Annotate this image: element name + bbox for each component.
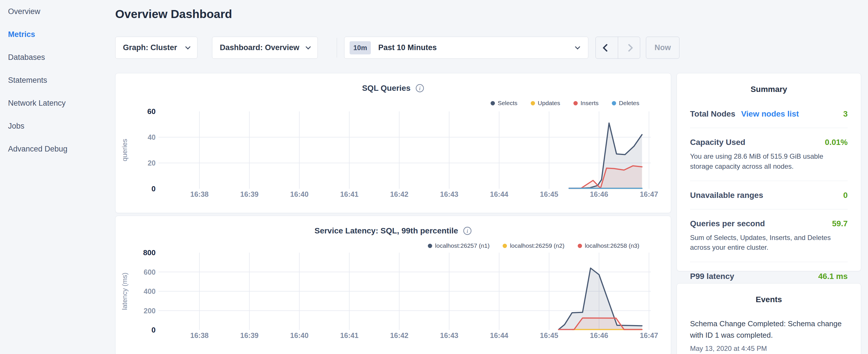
legend-dot [612,101,616,105]
legend-item-updates[interactable]: Updates [531,100,560,106]
chevron-down-icon [575,44,580,49]
legend-label: localhost:26257 (n1) [435,242,490,249]
x-tick-label: 16:41 [340,190,359,198]
legend-label: localhost:26259 (n2) [510,242,564,249]
sidebar-item-network-latency[interactable]: Network Latency [0,92,115,115]
event-item-time: May 13, 2020 at 4:45 PM [690,345,848,353]
x-tick-label: 16:44 [490,331,508,340]
chevron-down-icon [306,44,311,49]
x-tick-label: 16:47 [640,331,658,340]
x-tick-label: 16:43 [440,331,459,340]
legend-label: Updates [538,100,560,106]
chevron-down-icon [185,44,190,49]
legend-dot [491,101,495,105]
summary-card: Summary Total Nodes View nodes list 3 Ca… [677,73,861,271]
qps-label: Queries per second [690,219,765,228]
now-button[interactable]: Now [646,37,679,59]
time-window-badge: 10m [350,41,371,55]
info-icon[interactable]: i [463,226,472,235]
y-tick-label: 200 [144,307,156,315]
time-step-buttons [595,37,640,59]
y-axis-label: latency (ms) [121,273,128,310]
sidebar-item-metrics[interactable]: Metrics [0,23,115,46]
chart-header: SQL Queries i [116,84,671,93]
x-tick-label: 16:44 [490,190,508,198]
dashboard-dropdown-label: Dashboard: Overview [220,43,300,52]
chart-legend: localhost:26257 (n1)localhost:26259 (n2)… [428,242,639,249]
sidebar-item-databases[interactable]: Databases [0,46,115,69]
graph-source-dropdown[interactable]: Graph: Cluster [115,37,197,59]
x-tick-label: 16:43 [440,190,459,198]
chart-title: SQL Queries [362,84,410,93]
chevron-right-icon [625,43,633,52]
event-item-text[interactable]: Schema Change Completed: Schema change w… [690,318,848,341]
total-nodes-value: 3 [843,109,848,119]
sidebar-item-advanced-debug[interactable]: Advanced Debug [0,137,115,160]
x-tick-label: 16:46 [590,331,608,340]
sidebar-item-overview[interactable]: Overview [0,0,115,23]
legend-dot [428,244,432,248]
sidebar-item-statements[interactable]: Statements [0,69,115,92]
x-tick-label: 16:40 [290,190,309,198]
dashboard-dropdown[interactable]: Dashboard: Overview [212,37,318,59]
time-next-button[interactable] [618,37,640,58]
total-nodes-label: Total Nodes [690,109,735,119]
legend-label: Inserts [581,100,599,106]
time-window-dropdown[interactable]: 10m Past 10 Minutes [344,37,588,59]
summary-row-capacity: Capacity Used 0.01% [690,138,848,147]
svg-text:i: i [467,228,468,234]
sidebar: OverviewMetricsDatabasesStatementsNetwor… [0,0,115,160]
y-tick-label: 400 [144,287,156,295]
view-nodes-list-link[interactable]: View nodes list [741,109,799,119]
app-window: OverviewMetricsDatabasesStatementsNetwor… [0,0,868,354]
sql-queries-chart-card: SQL Queries i SelectsUpdatesInsertsDelet… [115,73,671,213]
chart-plot[interactable]: 16:3816:3916:4016:4116:4216:4316:4416:45… [116,111,672,200]
time-window-label: Past 10 Minutes [378,43,437,52]
legend-item-localhost-26257-n1[interactable]: localhost:26257 (n1) [428,242,490,249]
chart-plot[interactable]: 16:3816:3916:4016:4116:4216:4316:4416:45… [116,253,672,342]
x-tick-label: 16:40 [290,331,309,340]
service-latency-chart-card: Service Latency: SQL, 99th percentile i … [115,216,671,354]
x-tick-label: 16:45 [540,331,558,340]
summary-title: Summary [690,73,848,94]
legend-item-deletes[interactable]: Deletes [612,100,639,106]
divider [690,262,848,262]
x-tick-label: 16:38 [190,331,209,340]
x-tick-label: 16:38 [190,190,209,198]
legend-dot [531,101,535,105]
main-content: Overview Dashboard Graph: Cluster Dashbo… [115,0,671,354]
legend-item-inserts[interactable]: Inserts [574,100,599,106]
events-title: Events [690,284,848,304]
controls-bar: Graph: Cluster Dashboard: Overview 10m P… [115,37,679,59]
legend-dot [578,244,582,248]
p99-value: 46.1 ms [818,272,848,281]
x-tick-label: 16:42 [390,190,408,198]
unavailable-ranges-value: 0 [843,191,848,200]
info-icon[interactable]: i [415,84,425,93]
qps-value: 59.7 [832,219,848,228]
chevron-left-icon [602,43,611,52]
chart-title: Service Latency: SQL, 99th percentile [314,226,458,235]
controls-divider [337,38,337,58]
graph-source-dropdown-label: Graph: Cluster [123,43,177,52]
legend-dot [503,244,507,248]
y-tick-label: 800 [143,248,156,257]
qps-subtext: Sum of Selects, Updates, Inserts, and De… [690,233,848,253]
p99-label: P99 latency [690,272,734,281]
summary-row-p99: P99 latency 46.1 ms [690,272,848,281]
legend-item-localhost-26258-n3[interactable]: localhost:26258 (n3) [578,242,639,249]
time-prev-button[interactable] [596,37,618,58]
chart-header: Service Latency: SQL, 99th percentile i [116,226,671,235]
legend-item-selects[interactable]: Selects [491,100,518,106]
events-card: Events Schema Change Completed: Schema c… [677,283,861,354]
legend-item-localhost-26259-n2[interactable]: localhost:26259 (n2) [503,242,564,249]
chart-legend: SelectsUpdatesInsertsDeletes [491,100,639,106]
divider [690,128,848,128]
sidebar-item-jobs[interactable]: Jobs [0,115,115,137]
y-tick-label: 600 [144,268,156,276]
legend-label: localhost:26258 (n3) [585,242,639,249]
legend-label: Selects [498,100,518,106]
divider [690,209,848,210]
x-tick-label: 16:45 [540,190,558,198]
x-tick-label: 16:46 [590,190,608,198]
